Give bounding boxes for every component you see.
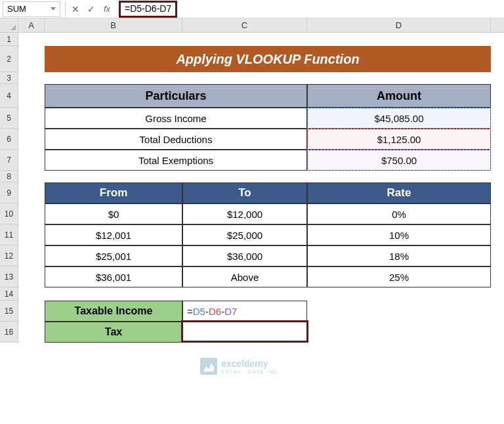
- table-cell[interactable]: Above: [182, 266, 307, 287]
- formula-eq: =: [187, 306, 193, 317]
- cell-text: $0: [108, 209, 119, 220]
- col-header-d[interactable]: D: [307, 18, 491, 32]
- row-header[interactable]: 16: [0, 322, 18, 343]
- watermark-tagline: EXCEL · DATA · ML: [221, 369, 278, 375]
- tax-value-cell[interactable]: [182, 322, 307, 343]
- watermark-text: exceldemy EXCEL · DATA · ML: [221, 358, 278, 375]
- cell-text: $750.00: [381, 155, 417, 166]
- fx-icon[interactable]: fx: [99, 1, 115, 17]
- table-cell[interactable]: $36,001: [45, 266, 182, 287]
- formula-input[interactable]: =D5-D6-D7: [115, 1, 504, 17]
- cell[interactable]: [45, 33, 491, 46]
- cell[interactable]: [18, 245, 45, 266]
- cell[interactable]: [18, 287, 45, 301]
- cell[interactable]: [18, 203, 45, 224]
- col-header-a[interactable]: A: [18, 18, 45, 32]
- from-header: From: [45, 182, 182, 203]
- cell[interactable]: [45, 171, 491, 182]
- cell[interactable]: [18, 33, 45, 46]
- cell-text: $36,000: [227, 251, 262, 262]
- row-header[interactable]: 7: [0, 150, 18, 171]
- cell-text: Gross Income: [145, 113, 206, 124]
- row-10: 10 $0 $12,000 0%: [0, 203, 504, 224]
- col-header-c[interactable]: C: [182, 18, 307, 32]
- formula-ref-d6: D6: [209, 306, 221, 317]
- formula-ref-d7: D7: [224, 306, 237, 317]
- row-header[interactable]: 4: [0, 84, 18, 108]
- cell[interactable]: [18, 72, 45, 84]
- tax-label: Tax: [45, 322, 182, 343]
- chevron-down-icon[interactable]: [51, 7, 56, 11]
- row-header[interactable]: 11: [0, 224, 18, 245]
- amount-cell-d7[interactable]: $750.00: [307, 150, 491, 171]
- table-cell[interactable]: 25%: [307, 266, 491, 287]
- amount-cell-d5[interactable]: $45,085.00: [307, 108, 491, 129]
- grid-rows: 1 2 Applying VLOOKUP Function 3 4 Partic…: [0, 33, 504, 343]
- title-text: Applying VLOOKUP Function: [176, 52, 359, 67]
- active-cell-c15[interactable]: =D5-D6-D7: [182, 301, 307, 322]
- spreadsheet: A B C D 1 2 Applying VLOOKUP Function 3 …: [0, 18, 504, 343]
- particulars-cell[interactable]: Total Deductions: [45, 129, 307, 150]
- table-cell[interactable]: $0: [45, 203, 182, 224]
- col-header-b[interactable]: B: [45, 18, 182, 32]
- cell-text: 10%: [389, 230, 409, 241]
- particulars-cell[interactable]: Total Exemptions: [45, 150, 307, 171]
- row-11: 11 $12,001 $25,000 10%: [0, 224, 504, 245]
- row-3: 3: [0, 72, 504, 84]
- cell[interactable]: [18, 182, 45, 203]
- cell[interactable]: [18, 301, 45, 322]
- cell-text: 25%: [389, 272, 409, 283]
- cell[interactable]: [18, 224, 45, 245]
- cell-text: $45,085.00: [374, 113, 423, 124]
- row-header[interactable]: 12: [0, 245, 18, 266]
- cell[interactable]: [18, 150, 45, 171]
- particulars-cell[interactable]: Gross Income: [45, 108, 307, 129]
- cell[interactable]: [18, 108, 45, 129]
- cell[interactable]: [307, 322, 491, 343]
- row-header[interactable]: 13: [0, 266, 18, 287]
- cell[interactable]: [18, 46, 45, 72]
- table-cell[interactable]: $12,001: [45, 224, 182, 245]
- table-cell[interactable]: 18%: [307, 245, 491, 266]
- particulars-header: Particulars: [45, 84, 307, 108]
- row-header[interactable]: 14: [0, 287, 18, 301]
- row-header[interactable]: 3: [0, 72, 18, 84]
- table-cell[interactable]: $25,000: [182, 224, 307, 245]
- amount-cell-d6[interactable]: $1,125.00: [307, 129, 491, 150]
- cell[interactable]: [18, 129, 45, 150]
- row-header[interactable]: 5: [0, 108, 18, 129]
- row-header[interactable]: 15: [0, 301, 18, 322]
- table-cell[interactable]: $36,000: [182, 245, 307, 266]
- cell[interactable]: [45, 72, 491, 84]
- enter-icon[interactable]: ✓: [83, 1, 99, 17]
- row-header[interactable]: 8: [0, 171, 18, 182]
- row-header[interactable]: 2: [0, 46, 18, 72]
- name-box[interactable]: SUM: [3, 1, 60, 17]
- table-cell[interactable]: $25,001: [45, 245, 182, 266]
- table-cell[interactable]: 0%: [307, 203, 491, 224]
- amount-header: Amount: [307, 84, 491, 108]
- cell[interactable]: [45, 287, 491, 301]
- row-15: 15 Taxable Income =D5-D6-D7: [0, 301, 504, 322]
- to-header: To: [182, 182, 307, 203]
- taxable-income-label: Taxable Income: [45, 301, 182, 322]
- cell[interactable]: [307, 301, 491, 322]
- watermark: exceldemy EXCEL · DATA · ML: [200, 358, 278, 375]
- cell[interactable]: [18, 84, 45, 108]
- cell[interactable]: [18, 171, 45, 182]
- row-header[interactable]: 9: [0, 182, 18, 203]
- cell[interactable]: [18, 266, 45, 287]
- rate-header: Rate: [307, 182, 491, 203]
- cell[interactable]: [18, 322, 45, 343]
- select-all-button[interactable]: [0, 18, 18, 32]
- table-cell[interactable]: 10%: [307, 224, 491, 245]
- row-5: 5 Gross Income $45,085.00: [0, 108, 504, 129]
- cancel-icon[interactable]: ✕: [68, 1, 83, 17]
- table-cell[interactable]: $12,000: [182, 203, 307, 224]
- cell-text: 0%: [392, 209, 406, 220]
- row-header[interactable]: 6: [0, 129, 18, 150]
- name-box-value: SUM: [7, 4, 26, 14]
- row-header[interactable]: 10: [0, 203, 18, 224]
- cell-text: Above: [231, 272, 259, 283]
- row-header[interactable]: 1: [0, 33, 18, 46]
